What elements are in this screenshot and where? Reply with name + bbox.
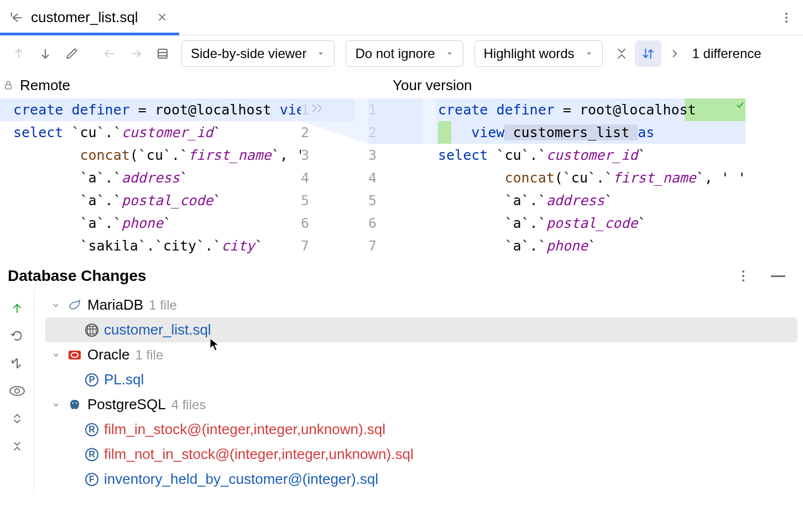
panel-minimize-button[interactable]	[771, 275, 785, 277]
chevron-down-icon	[50, 400, 62, 409]
mariadb-icon	[67, 298, 82, 312]
nav-forward-button[interactable]	[123, 40, 149, 67]
chevron-down-icon	[50, 351, 62, 359]
highlight-mode-dropdown[interactable]: Highlight words	[474, 40, 603, 67]
chevron-down-icon	[50, 301, 62, 310]
highlight-mode-label: Highlight words	[484, 46, 575, 61]
svg-rect-5	[69, 351, 81, 359]
collapse-unchanged-button[interactable]	[608, 40, 635, 67]
code-line[interactable]: view customers_list as	[436, 121, 745, 144]
prev-change-button[interactable]	[6, 40, 32, 67]
collapse-all-icon[interactable]	[8, 437, 26, 455]
code-line[interactable]: `a`.`address`	[436, 189, 745, 212]
routine-badge-icon: R	[85, 448, 98, 461]
code-line[interactable]: `a`.`postal_code`	[0, 189, 301, 212]
svg-rect-0	[158, 49, 167, 58]
svg-rect-4	[87, 326, 96, 334]
view-badge-icon	[85, 324, 98, 337]
file-count: 4 files	[171, 397, 206, 413]
diff-gutter: 1 2 3 4 5 6 7 1 2 3 4 5 6 7	[301, 98, 436, 257]
tree-file-inventory-held[interactable]: F inventory_held_by_customer@(integer).s…	[45, 467, 803, 492]
routine-badge-icon: R	[85, 423, 98, 436]
diff-header: Remote Your version	[0, 72, 803, 98]
ignore-mode-label: Do not ignore	[355, 46, 435, 61]
more-chevron-button[interactable]	[661, 40, 688, 67]
right-gutter: 1 2 3 4 5 6 7	[368, 98, 436, 257]
tree-file-pl[interactable]: P PL.sql	[45, 367, 803, 392]
panel-title: Database Changes	[8, 267, 147, 285]
code-line[interactable]: concat(`cu`.`first_name`, '	[0, 144, 301, 166]
postgresql-icon	[67, 398, 82, 412]
chevron-down-icon	[316, 49, 325, 58]
tree-file-label: customer_list.sql	[104, 321, 211, 338]
code-line[interactable]: `a`.`phone`	[0, 212, 301, 234]
panel-body: MariaDB 1 file customer_list.sql Oracle …	[0, 289, 803, 492]
tree-file-label: film_in_stock@(integer,integer,unknown).…	[104, 421, 385, 438]
tree-node-label: MariaDB	[87, 296, 143, 314]
list-view-button[interactable]	[149, 40, 176, 67]
back-jump-icon	[8, 9, 25, 27]
view-mode-label: Side-by-side viewer	[191, 46, 306, 61]
code-line[interactable]: create definer = root@localhost	[436, 98, 745, 121]
panel-header: Database Changes	[0, 257, 803, 289]
tab-progress-bar	[0, 33, 179, 35]
svg-point-3	[15, 389, 19, 393]
panel-options-button[interactable]	[732, 270, 754, 281]
code-line[interactable]: select `cu`.`customer_id`	[436, 144, 745, 166]
code-line[interactable]: create definer = root@localhost vie	[0, 98, 301, 121]
file-count: 1 file	[135, 347, 164, 363]
show-diff-icon[interactable]	[8, 382, 26, 400]
diff-body: create definer = root@localhost vie sele…	[0, 98, 803, 257]
apply-change-icon[interactable]	[310, 103, 325, 114]
svg-rect-1	[6, 85, 12, 89]
oracle-icon	[67, 348, 82, 362]
tree-file-label: PL.sql	[104, 371, 144, 388]
tree-node-oracle[interactable]: Oracle 1 file	[45, 342, 803, 367]
left-gutter: 1 2 3 4 5 6 7	[301, 98, 368, 257]
code-line[interactable]: select `cu`.`customer_id`	[0, 121, 301, 144]
tab-overflow-button[interactable]	[770, 13, 803, 23]
rollback-icon[interactable]	[8, 327, 26, 345]
tree-node-mariadb[interactable]: MariaDB 1 file	[45, 293, 803, 317]
left-pane-title: Remote	[20, 77, 70, 94]
panel-side-toolbar	[0, 289, 34, 492]
lock-icon	[3, 80, 17, 90]
chevron-down-icon	[585, 49, 593, 58]
ignore-mode-dropdown[interactable]: Do not ignore	[346, 40, 463, 67]
tree-node-label: Oracle	[87, 346, 130, 363]
chevron-down-icon	[445, 49, 454, 58]
view-mode-dropdown[interactable]: Side-by-side viewer	[181, 40, 335, 67]
expand-all-icon[interactable]	[8, 410, 26, 427]
diff-toolbar: Side-by-side viewer Do not ignore Highli…	[0, 35, 803, 72]
edit-button[interactable]	[59, 40, 85, 67]
tree-file-label: inventory_held_by_customer@(integer).sql	[104, 471, 378, 488]
right-code-pane[interactable]: create definer = root@localhost view cus…	[436, 98, 745, 257]
diff-count-label: 1 difference	[692, 46, 762, 61]
tree-file-film-not-in-stock[interactable]: R film_not_in_stock@(integer,integer,unk…	[45, 442, 803, 467]
tree-node-postgresql[interactable]: PostgreSQL 4 files	[45, 392, 803, 417]
close-tab-button[interactable]: ✕	[147, 11, 177, 25]
commit-icon[interactable]	[8, 299, 26, 317]
tree-file-film-in-stock[interactable]: R film_in_stock@(integer,integer,unknown…	[45, 417, 803, 442]
code-line[interactable]: `a`.`postal_code`	[436, 212, 745, 234]
nav-back-button[interactable]	[96, 40, 123, 67]
left-code-pane[interactable]: create definer = root@localhost vie sele…	[0, 98, 301, 257]
svg-point-2	[10, 387, 24, 395]
tree-file-label: film_not_in_stock@(integer,integer,unkno…	[104, 446, 414, 463]
tab-bar: customer_list.sql ✕	[0, 0, 803, 35]
tree-node-label: PostgreSQL	[87, 396, 166, 413]
sync-scroll-button[interactable]	[635, 40, 661, 67]
right-pane-title: Your version	[393, 77, 472, 94]
svg-point-7	[72, 402, 74, 403]
tree-file-customer-list[interactable]: customer_list.sql	[45, 317, 797, 342]
code-line[interactable]: `a`.`address`	[0, 166, 301, 189]
editor-tab[interactable]: customer_list.sql	[0, 0, 147, 35]
code-line[interactable]: concat(`cu`.`first_name`, ' ',	[436, 166, 745, 189]
next-change-button[interactable]	[32, 40, 59, 67]
inspection-ok-icon	[736, 101, 744, 109]
function-badge-icon: F	[85, 473, 98, 486]
shelve-icon[interactable]	[8, 354, 26, 372]
code-line[interactable]: `sakila`.`city`.`city`	[0, 234, 301, 257]
tab-title: customer_list.sql	[31, 9, 138, 26]
code-line[interactable]: `a`.`phone`	[436, 234, 745, 257]
